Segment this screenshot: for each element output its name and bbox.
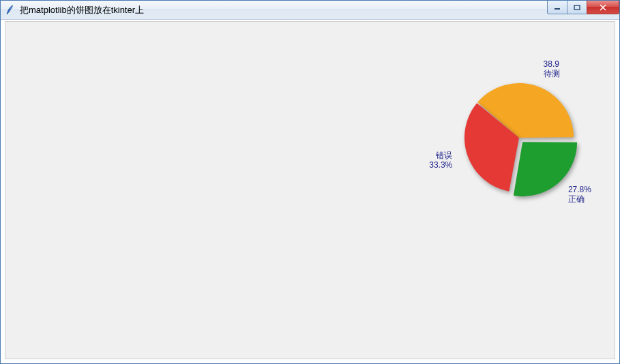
pie-pct-text: 38.9 [544,59,560,69]
pie-name-text: 33.3% [429,160,452,170]
svg-rect-0 [555,8,560,10]
close-button[interactable] [587,1,619,14]
window-controls [548,1,619,14]
pie-pct-text: 27.8% [568,185,591,194]
canvas-area: 38.9待测错误33.3%27.8%正确 [5,21,615,359]
window-frame: 把matplotlib的饼图放在tkinter上 38.9待测错误33.3%27… [0,0,620,364]
maximize-button[interactable] [567,1,587,14]
pie-name-text: 错误 [435,151,452,160]
pie-label-正确: 27.8%正确 [568,185,591,204]
minimize-button[interactable] [547,1,567,14]
pie-name-text: 正确 [568,194,585,204]
pie-label-错误: 错误33.3% [429,151,452,170]
window-title: 把matplotlib的饼图放在tkinter上 [20,1,144,20]
pie-name-text: 待测 [544,69,560,78]
svg-rect-1 [574,5,580,10]
pie-chart: 38.9待测错误33.3%27.8%正确 [430,49,608,226]
titlebar: 把matplotlib的饼图放在tkinter上 [1,1,619,20]
pie-label-待测: 38.9待测 [544,59,560,78]
tk-feather-icon [5,5,16,16]
